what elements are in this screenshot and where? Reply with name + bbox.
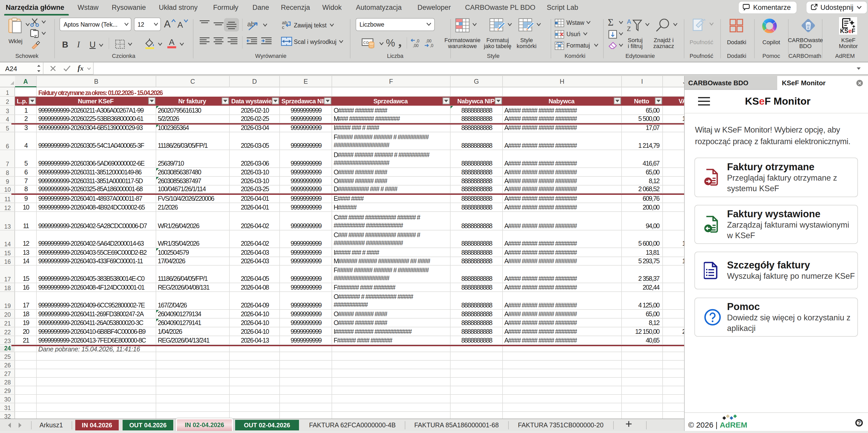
svg-text:ab: ab — [247, 20, 255, 28]
svg-text:A: A — [169, 38, 175, 47]
svg-text:Z: Z — [627, 25, 631, 32]
svg-text:,00: ,00 — [426, 39, 431, 43]
svg-text:co: co — [363, 40, 369, 45]
svg-text:,00: ,00 — [413, 43, 418, 48]
svg-text:c: c — [282, 25, 284, 29]
svg-text:KSeF: KSeF — [840, 28, 855, 34]
svg-text:,0: ,0 — [430, 43, 433, 48]
svg-text:,0: ,0 — [416, 39, 419, 43]
svg-text:A: A — [627, 18, 631, 25]
